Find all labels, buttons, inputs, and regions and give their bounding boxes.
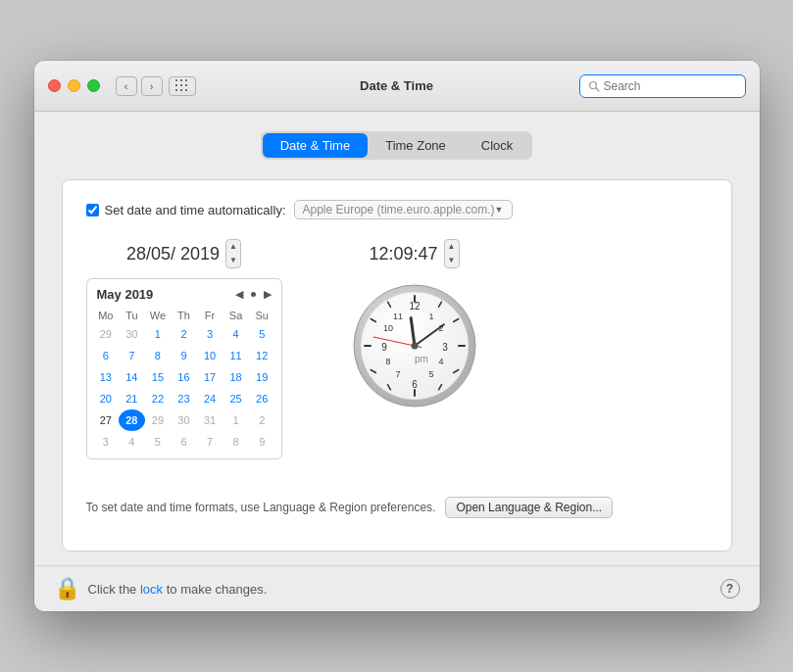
calendar-day[interactable]: 2 (249, 409, 275, 431)
calendar-day[interactable]: 6 (171, 431, 197, 453)
calendar-day[interactable]: 9 (249, 431, 275, 453)
search-box[interactable] (579, 74, 746, 98)
time-stepper: 12:09:47 ▲ ▼ (369, 239, 459, 268)
date-stepper: 28/05/ 2019 ▲ ▼ (126, 239, 241, 268)
svg-text:6: 6 (412, 379, 418, 390)
svg-line-1 (596, 88, 599, 91)
calendar-day[interactable]: 29 (145, 409, 172, 431)
calendar-next-button[interactable]: ▶ (264, 288, 272, 301)
calendar-day[interactable]: 29 (93, 323, 120, 345)
calendar-day[interactable]: 27 (93, 409, 120, 431)
calendar-day[interactable]: 4 (223, 323, 249, 345)
svg-text:1: 1 (428, 312, 433, 321)
calendar-dot-icon (251, 292, 256, 297)
calendar-prev-button[interactable]: ◀ (235, 288, 243, 301)
calendar-day[interactable]: 17 (197, 366, 223, 388)
help-button[interactable]: ? (720, 579, 740, 599)
clock-section: 12:09:47 ▲ ▼ (351, 239, 478, 459)
maximize-button[interactable] (87, 79, 100, 92)
calendar-day[interactable]: 22 (145, 388, 172, 409)
tab-time-zone[interactable]: Time Zone (368, 133, 464, 158)
cal-header-we: We (145, 308, 172, 323)
calendar-day[interactable]: 9 (171, 345, 197, 366)
tab-bar: Date & Time Time Zone Clock (62, 131, 732, 160)
calendar-day[interactable]: 14 (119, 366, 145, 388)
calendar-day[interactable]: 8 (145, 345, 172, 366)
calendar-day[interactable]: 24 (197, 388, 223, 409)
calendar-day[interactable]: 26 (249, 388, 275, 409)
calendar-day[interactable]: 1 (223, 409, 249, 431)
calendar-day[interactable]: 18 (223, 366, 249, 388)
calendar-day[interactable]: 25 (223, 388, 249, 409)
calendar-day[interactable]: 31 (197, 409, 223, 431)
search-input[interactable] (604, 79, 737, 93)
calendar-day[interactable]: 15 (145, 366, 172, 388)
content-area: Date & Time Time Zone Clock Set date and… (34, 112, 760, 552)
calendar-day[interactable]: 10 (197, 345, 223, 366)
calendar-day[interactable]: 20 (93, 388, 120, 409)
server-dropdown[interactable]: Apple Europe (time.euro.apple.com.) ▼ (294, 200, 513, 219)
back-button[interactable]: ‹ (116, 76, 137, 96)
time-stepper-button[interactable]: ▲ ▼ (444, 239, 460, 268)
lock-text-before: Click the (88, 582, 137, 597)
calendar-day[interactable]: 30 (171, 409, 197, 431)
date-stepper-button[interactable]: ▲ ▼ (225, 239, 241, 268)
calendar-day[interactable]: 7 (119, 345, 145, 366)
window-title: Date & Time (360, 78, 433, 93)
calendar-day[interactable]: 13 (93, 366, 120, 388)
server-name: Apple Europe (time.euro.apple.com.) (303, 203, 495, 216)
calendar-day[interactable]: 4 (119, 431, 145, 453)
minimize-button[interactable] (68, 79, 80, 92)
calendar-day[interactable]: 28 (119, 409, 145, 431)
svg-point-32 (411, 343, 418, 350)
calendar-day[interactable]: 6 (93, 345, 120, 366)
tab-date-time[interactable]: Date & Time (263, 133, 369, 158)
date-stepper-up[interactable]: ▲ (226, 240, 240, 254)
auto-time-checkbox[interactable] (86, 204, 99, 216)
auto-time-row: Set date and time automatically: Apple E… (86, 200, 708, 219)
time-stepper-down[interactable]: ▼ (445, 254, 459, 267)
titlebar: ‹ › Date & Time (34, 61, 760, 112)
main-panel: Set date and time automatically: Apple E… (62, 179, 732, 552)
open-language-region-button[interactable]: Open Language & Region... (445, 497, 613, 518)
search-icon (588, 80, 600, 92)
grid-view-button[interactable] (169, 76, 196, 96)
svg-text:8: 8 (385, 357, 390, 366)
close-button[interactable] (48, 79, 61, 92)
lock-bar: 🔒 Click the lock to make changes. ? (34, 565, 760, 611)
auto-time-label: Set date and time automatically: (105, 203, 286, 217)
calendar-day[interactable]: 16 (171, 366, 197, 388)
calendar-day[interactable]: 8 (223, 431, 249, 453)
calendar-day[interactable]: 19 (249, 366, 275, 388)
calendar-day[interactable]: 3 (197, 323, 223, 345)
calendar-day[interactable]: 30 (119, 323, 145, 345)
calendar-day[interactable]: 7 (197, 431, 223, 453)
calendar-day[interactable]: 12 (249, 345, 275, 366)
lock-text-after: to make changes. (167, 582, 268, 597)
calendar-day[interactable]: 11 (223, 345, 249, 366)
svg-point-0 (589, 81, 596, 88)
time-stepper-up[interactable]: ▲ (445, 240, 459, 254)
tab-clock[interactable]: Clock (464, 133, 531, 158)
lock-link[interactable]: lock (140, 582, 163, 597)
calendar-day[interactable]: 1 (145, 323, 172, 345)
calendar-day[interactable]: 5 (249, 323, 275, 345)
svg-text:11: 11 (392, 312, 402, 321)
cal-header-fr: Fr (197, 308, 223, 323)
calendar-day[interactable]: 23 (171, 388, 197, 409)
calendar-week-row: 272829303112 (93, 409, 275, 431)
forward-button[interactable]: › (141, 76, 163, 96)
dropdown-arrow-icon: ▼ (495, 205, 504, 215)
calendar-section: 28/05/ 2019 ▲ ▼ May 2019 ◀ (86, 239, 282, 459)
lock-text: Click the lock to make changes. (88, 582, 268, 597)
calendar-header: May 2019 ◀ ▶ (93, 285, 275, 304)
svg-text:4: 4 (438, 357, 443, 366)
calendar-day[interactable]: 2 (171, 323, 197, 345)
calendar-day[interactable]: 5 (145, 431, 172, 453)
cal-header-tu: Tu (119, 308, 145, 323)
calendar-day[interactable]: 21 (119, 388, 145, 409)
date-stepper-down[interactable]: ▼ (226, 254, 240, 267)
nav-buttons: ‹ › (116, 76, 163, 96)
spacer (34, 552, 760, 565)
calendar-day[interactable]: 3 (93, 431, 120, 453)
